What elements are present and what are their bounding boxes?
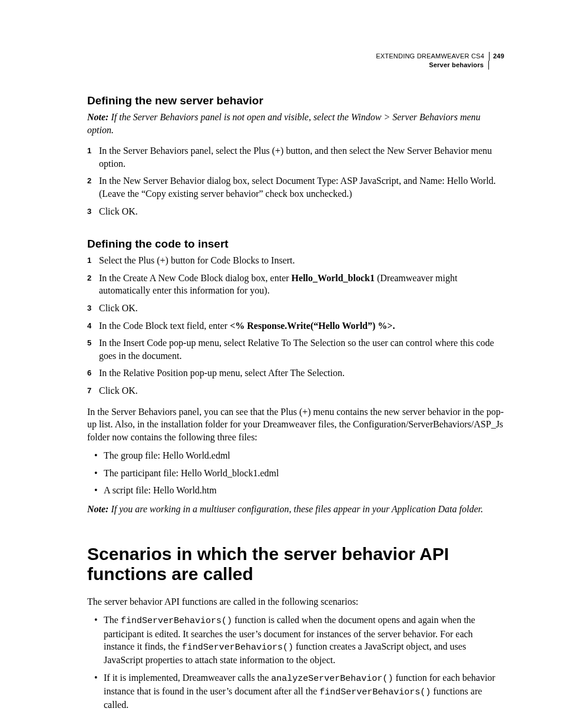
file-list: The group file: Hello World.edml The par… [87, 449, 504, 497]
step-item: In the Relative Position pop-up menu, se… [87, 367, 504, 380]
note-label: Note: [87, 112, 111, 122]
heading-defining-new-server-behavior: Defining the new server behavior [87, 94, 504, 107]
text: If it is implemented, Dreamweaver calls … [104, 673, 271, 683]
code-findServerBehaviors: findServerBehaviors() [182, 643, 293, 653]
step-item: Click OK. [87, 302, 504, 315]
code-snippet: <% Response.Write(“Hello World”) %>. [230, 321, 395, 331]
note-text: If you are working in a multiuser config… [111, 504, 483, 514]
step-item: In the Server Behaviors panel, select th… [87, 144, 504, 170]
steps-defining-code-to-insert: Select the Plus (+) button for Code Bloc… [87, 254, 504, 397]
step-text: In the Code Block text field, enter [99, 321, 230, 331]
page-number: 249 [490, 52, 504, 60]
heading-defining-code-to-insert: Defining the code to insert [87, 238, 504, 251]
code-block-name: Hello_World_block1 [292, 273, 375, 283]
running-header: EXTENDING DREAMWEAVER CS4249 Server beha… [376, 52, 504, 70]
step-item: Click OK. [87, 205, 504, 218]
step-item: In the Insert Code pop-up menu, select R… [87, 337, 504, 362]
step-item: Click OK. [87, 384, 504, 397]
paragraph-intro: The server behavior API functions are ca… [87, 595, 504, 608]
header-section: Server behaviors [429, 61, 489, 70]
header-title: EXTENDING DREAMWEAVER CS4 [376, 52, 490, 61]
step-item: In the New Server Behavior dialog box, s… [87, 174, 504, 200]
paragraph-result-files: In the Server Behaviors panel, you can s… [87, 406, 504, 444]
list-item: The group file: Hello World.edml [87, 449, 504, 462]
code-findServerBehaviors: findServerBehaviors() [319, 687, 431, 697]
heading-scenarios-api-called: Scenarios in which the server behavior A… [87, 544, 504, 585]
content: Defining the new server behavior Note: I… [87, 52, 504, 711]
note-multiuser-config: Note: If you are working in a multiuser … [87, 503, 504, 516]
note-panel-not-open: Note: If the Server Behaviors panel is n… [87, 111, 504, 136]
steps-defining-new-server-behavior: In the Server Behaviors panel, select th… [87, 144, 504, 218]
note-label: Note: [87, 504, 111, 514]
code-findServerBehaviors: findServerBehaviors() [121, 616, 232, 626]
page: EXTENDING DREAMWEAVER CS4249 Server beha… [0, 0, 562, 728]
code-analyzeServerBehavior: analyzeServerBehavior() [271, 674, 393, 684]
list-item: The findServerBehaviors() function is ca… [87, 614, 504, 667]
text: The [104, 615, 121, 625]
list-item: If it is implemented, Dreamweaver calls … [87, 671, 504, 711]
note-text: If the Server Behaviors panel is not ope… [87, 112, 481, 135]
list-item: A script file: Hello World.htm [87, 484, 504, 497]
list-item: The participant file: Hello World_block1… [87, 467, 504, 480]
scenario-list: The findServerBehaviors() function is ca… [87, 614, 504, 711]
step-item: In the Create A New Code Block dialog bo… [87, 272, 504, 297]
step-text: In the Create A New Code Block dialog bo… [99, 273, 292, 283]
step-item: Select the Plus (+) button for Code Bloc… [87, 254, 504, 267]
step-item: In the Code Block text field, enter <% R… [87, 319, 504, 332]
